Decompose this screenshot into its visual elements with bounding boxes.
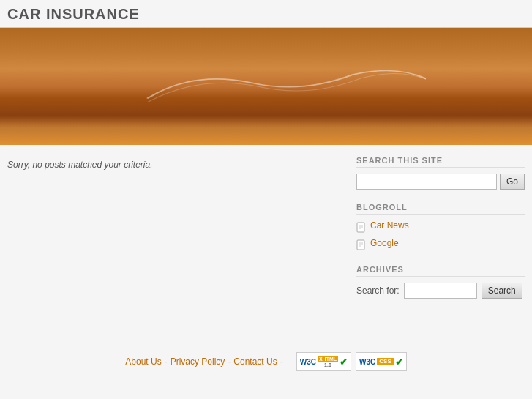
xhtml-label: XHTML xyxy=(318,356,338,362)
blogroll-item: Car News xyxy=(356,220,525,234)
archives-search-label: Search for: xyxy=(356,286,400,296)
footer-links: About Us - Privacy Policy - Contact Us - xyxy=(125,357,282,367)
xhtml-checkmark: ✔ xyxy=(340,357,348,368)
search-site-title: SEARCH THIS SITE xyxy=(356,156,525,168)
css-w3c-label: W3C xyxy=(359,358,375,366)
css-label: CSS xyxy=(377,358,393,365)
xhtml-badge: W3C XHTML 1.0 ✔ xyxy=(296,352,351,371)
search-site-input[interactable] xyxy=(356,174,497,190)
archives-search-row: Search for: Search xyxy=(356,283,525,299)
css-badge: W3C CSS ✔ xyxy=(356,352,407,371)
document-icon xyxy=(356,239,367,251)
css-badge-content: CSS xyxy=(377,358,393,365)
archives-search-input[interactable] xyxy=(404,283,477,299)
header: CAR INSURANCE xyxy=(0,0,532,27)
footer-badges: W3C XHTML 1.0 ✔ W3C CSS ✔ xyxy=(296,352,407,371)
footer: About Us - Privacy Policy - Contact Us -… xyxy=(0,343,532,380)
search-site-form: Go xyxy=(356,174,525,190)
archives-section: ARCHIVES Search for: Search xyxy=(356,265,525,299)
main-content: Sorry, no posts matched your criteria. xyxy=(7,156,342,332)
footer-sep-2: - xyxy=(228,357,231,367)
banner-gradient xyxy=(0,28,532,145)
footer-link-privacy[interactable]: Privacy Policy xyxy=(171,357,225,367)
no-posts-message: Sorry, no posts matched your criteria. xyxy=(7,160,342,170)
footer-sep-1: - xyxy=(165,357,168,367)
content-wrapper: Sorry, no posts matched your criteria. S… xyxy=(0,145,532,343)
document-icon xyxy=(356,222,367,234)
search-site-button[interactable]: Go xyxy=(500,174,525,190)
blogroll-link-carnews[interactable]: Car News xyxy=(370,220,409,231)
blogroll-section: BLOGROLL Car News xyxy=(356,203,525,252)
blogroll-link-google[interactable]: Google xyxy=(370,238,399,248)
site-title: CAR INSURANCE xyxy=(7,6,525,23)
banner xyxy=(0,28,532,145)
banner-swirl xyxy=(133,63,426,110)
blogroll-item: Google xyxy=(356,238,525,252)
archives-title: ARCHIVES xyxy=(356,265,525,277)
sidebar: SEARCH THIS SITE Go BLOGROLL Car News xyxy=(356,156,525,332)
footer-link-contact[interactable]: Contact Us xyxy=(233,357,277,367)
blogroll-title: BLOGROLL xyxy=(356,203,525,215)
archives-search-button[interactable]: Search xyxy=(482,283,522,299)
footer-sep-3: - xyxy=(280,357,283,367)
xhtml-w3c-label: W3C xyxy=(300,358,316,366)
css-checkmark: ✔ xyxy=(395,357,403,368)
xhtml-badge-content: XHTML 1.0 xyxy=(318,356,338,368)
page-wrapper: CAR INSURANCE Sorry, no posts matched yo… xyxy=(0,0,532,399)
xhtml-version: 1.0 xyxy=(324,362,331,368)
footer-link-about[interactable]: About Us xyxy=(125,357,161,367)
search-site-section: SEARCH THIS SITE Go xyxy=(356,156,525,190)
